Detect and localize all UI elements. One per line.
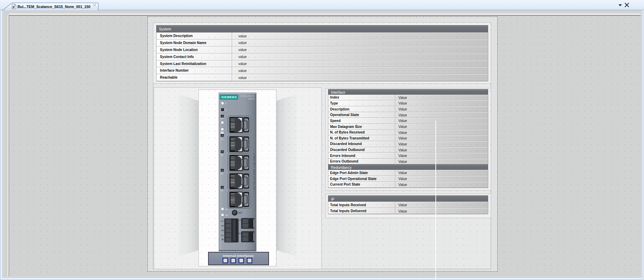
svg-text:#: # [13,5,15,9]
